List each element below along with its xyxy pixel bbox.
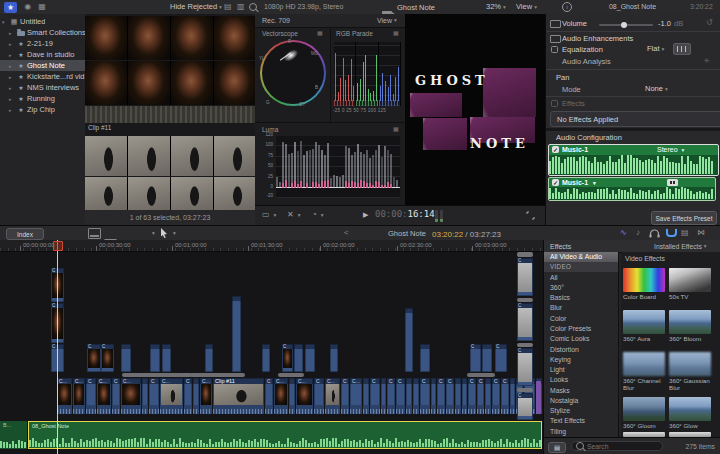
effects-category-comic-looks[interactable]: Comic Looks bbox=[544, 334, 618, 344]
clip-thumbnail[interactable] bbox=[214, 177, 255, 210]
scope-settings-icon[interactable]: ▦ bbox=[317, 29, 323, 36]
timeline-clip[interactable] bbox=[289, 378, 295, 414]
timeline-clip[interactable]: C... bbox=[350, 378, 362, 414]
effect-thumbnail-50s-tv[interactable] bbox=[669, 268, 711, 292]
timeline-clip[interactable]: C... bbox=[57, 378, 72, 414]
effects-category-text-effects[interactable]: Text Effects bbox=[544, 416, 618, 426]
play-button[interactable]: ▶ bbox=[363, 211, 368, 219]
timeline-clip[interactable]: C... bbox=[121, 378, 141, 414]
timeline-clip[interactable]: C bbox=[184, 378, 192, 414]
retime-tool-dropdown[interactable]: ◔▾ bbox=[312, 210, 324, 219]
clip-thumbnail[interactable] bbox=[171, 16, 213, 60]
connected-clip[interactable] bbox=[330, 344, 338, 372]
clip-thumbnail[interactable] bbox=[171, 61, 213, 105]
titles-generators-tab-icon[interactable]: ▦ bbox=[38, 0, 46, 13]
clip-connection-bar[interactable] bbox=[517, 388, 533, 392]
disclosure-icon[interactable]: ▸ bbox=[9, 85, 15, 91]
snapping-icon[interactable] bbox=[666, 229, 677, 237]
skimming-icon[interactable]: ∿ bbox=[620, 228, 627, 237]
sidebar-item-zip-chip[interactable]: ▸★Zip Chip bbox=[0, 104, 94, 115]
volume-slider-knob[interactable] bbox=[621, 22, 627, 28]
viewer-view-dropdown[interactable]: View ▾ bbox=[516, 0, 537, 13]
clip-connection-bar[interactable] bbox=[517, 343, 533, 347]
index-button[interactable]: Index bbox=[6, 228, 44, 240]
clip-thumbnail[interactable] bbox=[85, 16, 127, 60]
timeline-clip[interactable] bbox=[413, 378, 419, 414]
disclosure-icon[interactable]: ▸ bbox=[9, 30, 15, 36]
search-input[interactable] bbox=[587, 443, 657, 450]
zoom-fit-icon[interactable]: ⋈ bbox=[697, 228, 705, 237]
timeline-clip[interactable] bbox=[406, 378, 412, 414]
effects-category-tiling[interactable]: Tiling bbox=[544, 427, 618, 437]
timeline-clip[interactable]: C... bbox=[160, 378, 183, 414]
timeline-clip[interactable]: C bbox=[341, 378, 349, 414]
timeline-clip[interactable] bbox=[193, 378, 199, 414]
timeline-clip[interactable] bbox=[455, 378, 461, 414]
photos-audio-tab-icon[interactable]: ◉ bbox=[24, 0, 31, 13]
timeline-clip[interactable]: C bbox=[370, 378, 380, 414]
effects-category-video[interactable]: VIDEO bbox=[544, 262, 618, 272]
effects-tool-dropdown[interactable]: ✕▾ bbox=[287, 210, 300, 219]
clip-thumbnail[interactable] bbox=[128, 16, 170, 60]
timeline-clip[interactable]: C bbox=[501, 378, 509, 414]
scope-settings-icon[interactable]: ▦ bbox=[393, 125, 399, 132]
disclosure-icon[interactable]: ▸ bbox=[9, 74, 15, 80]
connected-clip[interactable]: C bbox=[517, 393, 533, 420]
timeline-clip[interactable]: C... bbox=[325, 378, 340, 414]
audio-meters[interactable] bbox=[435, 210, 443, 222]
sidebar-item-smart-collections[interactable]: ▸Smart Collections bbox=[0, 27, 94, 38]
timeline-clip[interactable] bbox=[142, 378, 148, 414]
timeline-clip[interactable]: Clip #11 bbox=[213, 378, 264, 414]
connected-clip[interactable]: C bbox=[517, 258, 533, 296]
connected-clip[interactable] bbox=[232, 296, 241, 372]
effects-category-360[interactable]: 360° bbox=[544, 283, 618, 293]
equalization-checkbox[interactable] bbox=[551, 46, 558, 53]
connected-clip[interactable]: C bbox=[495, 344, 507, 372]
filmstrip-row[interactable] bbox=[85, 136, 255, 176]
filmstrip-row[interactable] bbox=[85, 16, 255, 60]
connected-clip[interactable]: C bbox=[282, 344, 293, 372]
effect-thumbnail-360-aura[interactable] bbox=[623, 310, 665, 334]
effects-category-stylize[interactable]: Stylize bbox=[544, 406, 618, 416]
connected-clip[interactable] bbox=[305, 344, 315, 372]
filmstrip-view-icon[interactable]: ▥ bbox=[237, 0, 245, 13]
filter-dropdown[interactable]: Hide Rejected ▾ bbox=[170, 0, 222, 13]
filmstrip-row[interactable] bbox=[85, 106, 255, 123]
volume-value[interactable]: -1.0 bbox=[658, 19, 671, 28]
disclosure-icon[interactable]: ▸ bbox=[9, 52, 15, 58]
connected-clip[interactable]: C bbox=[517, 348, 533, 386]
scopes-view-dropdown[interactable]: View ▾ bbox=[377, 14, 397, 26]
timeline-clip[interactable]: C bbox=[468, 378, 476, 414]
clip-thumbnail[interactable] bbox=[214, 136, 255, 176]
timeline-clip[interactable] bbox=[485, 378, 491, 414]
clip-thumbnail[interactable] bbox=[171, 136, 213, 176]
effect-thumbnail-color-board[interactable] bbox=[623, 268, 665, 292]
timeline-clip[interactable] bbox=[363, 378, 369, 414]
sidebar-item-untitled[interactable]: ▾▦Untitled bbox=[0, 16, 87, 27]
timeline-clip[interactable]: C bbox=[477, 378, 484, 414]
sidebar-item-kickstarte-rd-videos[interactable]: ▸★Kickstarte...rd videos bbox=[0, 71, 94, 82]
connected-clip[interactable]: C bbox=[470, 344, 481, 372]
effect-thumbnail-360-bloom[interactable] bbox=[669, 310, 711, 334]
timeline-clip[interactable]: C... bbox=[274, 378, 288, 414]
reset-icon[interactable]: ↺ bbox=[706, 18, 713, 27]
playhead-handle[interactable] bbox=[53, 241, 63, 251]
timeline-clip[interactable]: C... bbox=[73, 378, 85, 414]
connect-clip-icon[interactable] bbox=[88, 228, 101, 239]
timeline-appearance-icon[interactable]: ▤ bbox=[681, 228, 689, 237]
solo-icon[interactable] bbox=[649, 229, 660, 238]
effects-category-all-video-audio[interactable]: All Video & Audio bbox=[544, 252, 618, 262]
timeline-back-arrow[interactable]: < bbox=[344, 228, 349, 237]
info-inspector-icon[interactable]: i bbox=[562, 2, 572, 12]
connected-clip-purple[interactable] bbox=[536, 381, 541, 414]
transform-tool-dropdown[interactable]: ▭▾ bbox=[262, 210, 276, 219]
effects-category-looks[interactable]: Looks bbox=[544, 375, 618, 385]
audio-track-music1-stereo[interactable]: ✓ Music-1 Stereo ▾ bbox=[548, 144, 719, 176]
timeline-clip[interactable]: C... bbox=[296, 378, 313, 414]
effects-category-color-presets[interactable]: Color Presets bbox=[544, 324, 618, 334]
timeline-clip[interactable]: C bbox=[492, 378, 500, 414]
clip-thumbnail[interactable] bbox=[214, 61, 255, 105]
clip-appearance-icon[interactable]: ▤ bbox=[224, 0, 232, 13]
connected-clip[interactable]: C bbox=[101, 344, 114, 372]
save-effects-preset-button[interactable]: Save Effects Preset bbox=[651, 211, 717, 225]
